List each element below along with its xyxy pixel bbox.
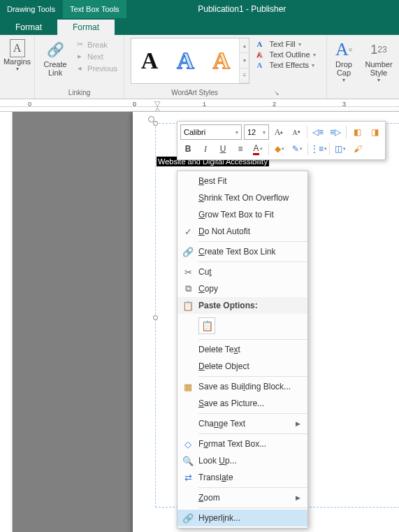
context-menu: Best Fit Shrink Text On Overflow Grow Te… — [177, 171, 308, 529]
group-wordart-label: WordArt Styles↘ — [127, 87, 324, 99]
ctx-shrink-overflow[interactable]: Shrink Text On Overflow — [177, 189, 307, 206]
lookup-icon: 🔍 — [177, 456, 198, 466]
shrink-font-button[interactable]: A▾ — [289, 124, 304, 140]
tools-tab-textbox: Text Box Tools — [63, 0, 127, 18]
ruler-tick: 0 — [133, 101, 136, 108]
ctx-translate[interactable]: ⇄Translate — [177, 469, 307, 486]
wordart-style-2[interactable]: A — [168, 38, 203, 83]
tools-tab-drawing: Drawing Tools — [0, 0, 63, 18]
ctx-create-link[interactable]: 🔗Create Text Box Link — [177, 243, 307, 260]
ctx-save-building-block[interactable]: ▦Save as Building Block... — [177, 378, 307, 395]
italic-button[interactable]: I — [198, 141, 213, 157]
decrease-indent-button[interactable]: ◁≡ — [310, 124, 326, 140]
underline-button[interactable]: U — [215, 141, 231, 157]
rotate-handle[interactable] — [148, 116, 154, 122]
wordart-style-3[interactable]: A — [203, 38, 239, 83]
break-link-button: ✂Break — [73, 39, 119, 50]
bullets-button[interactable]: ⋮≡ — [311, 141, 326, 157]
bold-button[interactable]: B — [180, 141, 196, 157]
ctx-zoom[interactable]: Zoom▶ — [177, 489, 307, 506]
ctx-hyperlink[interactable]: 🔗Hyperlink... — [177, 510, 307, 526]
resize-handle[interactable] — [153, 121, 158, 126]
resize-handle[interactable] — [153, 315, 158, 320]
text-effects-button[interactable]: AText Effects▾ — [255, 60, 317, 70]
copy-icon: ⧉ — [177, 283, 198, 294]
ctx-save-picture[interactable]: Save as Picture... — [177, 395, 307, 412]
title-bar: Drawing Tools Text Box Tools Publication… — [0, 0, 399, 18]
margins-icon: A — [10, 39, 25, 57]
caret-icon: ▾ — [377, 77, 380, 83]
ctx-format-text-box[interactable]: ◇Format Text Box... — [177, 436, 307, 452]
text-fill-button[interactable]: AText Fill▾ — [255, 39, 317, 49]
font-color-button[interactable]: A — [250, 141, 266, 157]
drop-cap-icon: A≡ — [333, 39, 354, 60]
format-painter-button[interactable]: 🖌 — [350, 141, 365, 157]
ctx-best-fit[interactable]: Best Fit — [177, 173, 307, 189]
bring-forward-button[interactable]: ◧ — [349, 124, 365, 140]
next-link-button: ▸Next — [73, 51, 119, 62]
text-outline-label: Text Outline — [269, 50, 310, 59]
styles-button[interactable]: ◫ — [333, 141, 348, 157]
shape-outline-button[interactable]: ✎ — [289, 141, 305, 157]
send-backward-button[interactable]: ◨ — [367, 124, 382, 140]
ctx-delete-text[interactable]: Delete Text — [177, 341, 307, 358]
format-icon: ◇ — [177, 439, 198, 450]
ctx-no-autofit[interactable]: ✓Do Not Autofit — [177, 223, 307, 240]
ribbon-tab-format-drawing[interactable]: Format — [0, 20, 57, 35]
number-style-button[interactable]: 123 Number Style ▾ — [363, 38, 394, 85]
ribbon: A Margins ▾ 🔗 Create Link ✂Break ▸Next ◂… — [0, 35, 399, 99]
font-size-value: 12 — [247, 128, 256, 136]
dialog-launcher-icon[interactable]: ↘ — [274, 89, 280, 96]
drop-cap-button[interactable]: A≡ Drop Cap ▾ — [328, 38, 359, 85]
group-numberstyle: 123 Number Style ▾ — [361, 35, 397, 99]
paste-icon: 📋 — [177, 301, 198, 311]
ctx-change-text[interactable]: Change Text▶ — [177, 415, 307, 432]
font-family-select[interactable]: Calibri▾ — [180, 124, 242, 140]
shape-fill-button[interactable]: ◆ — [272, 141, 287, 157]
drop-cap-label: Drop Cap — [335, 60, 352, 77]
ctx-delete-object[interactable]: Delete Object — [177, 358, 307, 375]
group-linking-label: Linking — [38, 87, 121, 99]
break-label: Break — [87, 41, 108, 49]
align-button[interactable]: ≡ — [233, 141, 248, 157]
text-fill-label: Text Fill — [269, 40, 295, 48]
submenu-arrow-icon: ▶ — [296, 420, 300, 427]
create-link-button[interactable]: 🔗 Create Link — [40, 38, 71, 78]
wordart-gallery[interactable]: A A A ▴▾≡ — [131, 38, 249, 84]
translate-icon: ⇄ — [177, 473, 198, 483]
submenu-arrow-icon: ▶ — [296, 494, 300, 501]
ctx-look-up[interactable]: 🔍Look Up... — [177, 452, 307, 469]
next-icon: ▸ — [75, 52, 85, 61]
margins-button[interactable]: A Margins ▾ — [2, 38, 33, 73]
ctx-paste-option[interactable]: 📋 — [177, 314, 307, 338]
previous-link-button: ◂Previous — [73, 63, 119, 73]
grow-font-button[interactable]: A▴ — [271, 124, 286, 140]
ruler-tick: 0 — [28, 101, 31, 108]
ruler-tick: 2 — [273, 101, 276, 108]
ruler-horizontal[interactable]: 0 0 1 2 3 ▽ △ — [0, 99, 399, 112]
next-label: Next — [87, 52, 103, 61]
wordart-style-1[interactable]: A — [131, 38, 167, 83]
ctx-grow-fit[interactable]: Grow Text Box to Fit — [177, 206, 307, 223]
ctx-paste-options-header: 📋Paste Options: — [177, 297, 307, 314]
indent-marker-icon[interactable]: △ — [154, 105, 160, 112]
group-dropcap: A≡ Drop Cap ▾ — [327, 35, 361, 99]
text-outline-button[interactable]: AText Outline▾ — [255, 50, 317, 59]
link-icon: 🔗 — [45, 39, 66, 60]
ctx-copy[interactable]: ⧉Copy — [177, 280, 307, 297]
caret-icon: ▾ — [16, 66, 19, 72]
increase-indent-button[interactable]: ≡▷ — [328, 124, 343, 140]
text-effects-label: Text Effects — [269, 61, 309, 69]
wordart-scroll[interactable]: ▴▾≡ — [239, 38, 249, 83]
ribbon-tab-format-textbox[interactable]: Format — [57, 20, 115, 35]
ribbon-tabs: Format Format — [0, 18, 399, 35]
ruler-vertical[interactable] — [0, 112, 13, 532]
number-style-icon: 123 — [368, 39, 389, 60]
create-link-label: Create Link — [44, 60, 67, 77]
group-linking: 🔗 Create Link ✂Break ▸Next ◂Previous Lin… — [35, 35, 124, 99]
previous-icon: ◂ — [75, 64, 85, 73]
font-size-select[interactable]: 12▾ — [244, 124, 269, 140]
ruler-tick: 3 — [342, 101, 346, 108]
ctx-cut[interactable]: ✂Cut — [177, 264, 307, 280]
text-outline-icon: A — [256, 50, 266, 59]
